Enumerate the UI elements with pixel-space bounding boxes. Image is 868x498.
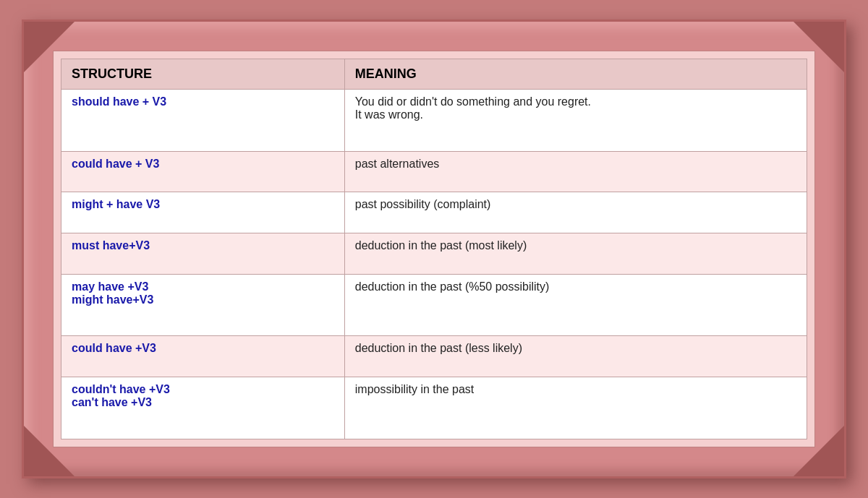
meaning-cell: past alternatives bbox=[344, 151, 807, 192]
meaning-cell: You did or didn't do something and you r… bbox=[344, 90, 807, 152]
meaning-cell: past possibility (complaint) bbox=[344, 192, 807, 233]
table-row: may have +V3might have+V3deduction in th… bbox=[61, 274, 807, 336]
structure-cell: may have +V3might have+V3 bbox=[61, 274, 345, 336]
table-row: could have +V3deduction in the past (les… bbox=[61, 336, 807, 377]
structure-cell: must have+V3 bbox=[61, 233, 345, 275]
grammar-table: STRUCTURE MEANING should have + V3You di… bbox=[61, 59, 807, 439]
table-row: might + have V3past possibility (complai… bbox=[61, 192, 807, 233]
table-row: must have+V3deduction in the past (most … bbox=[61, 233, 807, 275]
table-row: couldn't have +V3can't have +V3impossibi… bbox=[61, 377, 807, 439]
meaning-cell: deduction in the past (most likely) bbox=[344, 233, 807, 275]
outer-frame: STRUCTURE MEANING should have + V3You di… bbox=[22, 20, 846, 478]
table-header-row: STRUCTURE MEANING bbox=[61, 59, 807, 90]
meaning-cell: deduction in the past (less likely) bbox=[344, 336, 807, 377]
table-container: STRUCTURE MEANING should have + V3You di… bbox=[54, 51, 814, 447]
meaning-header: MEANING bbox=[344, 59, 807, 90]
structure-cell: might + have V3 bbox=[61, 192, 345, 233]
meaning-cell: deduction in the past (%50 possibility) bbox=[344, 274, 807, 336]
table-row: could have + V3past alternatives bbox=[61, 151, 807, 192]
inner-frame: STRUCTURE MEANING should have + V3You di… bbox=[53, 51, 815, 447]
structure-cell: could have + V3 bbox=[61, 151, 345, 192]
meaning-cell: impossibility in the past bbox=[344, 377, 807, 439]
table-row: should have + V3You did or didn't do som… bbox=[61, 90, 807, 152]
structure-cell: could have +V3 bbox=[61, 336, 345, 377]
structure-cell: should have + V3 bbox=[61, 90, 345, 152]
structure-header: STRUCTURE bbox=[61, 59, 345, 90]
structure-cell: couldn't have +V3can't have +V3 bbox=[61, 377, 345, 439]
